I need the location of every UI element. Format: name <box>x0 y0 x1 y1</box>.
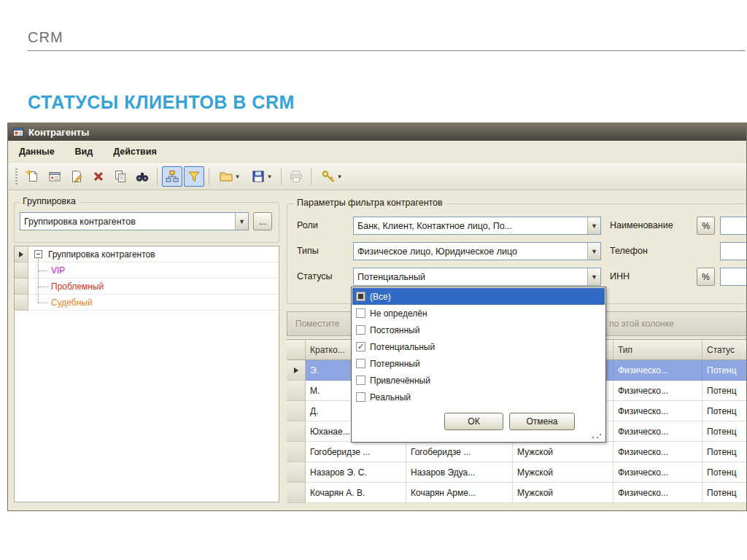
tree-row-header[interactable] <box>15 279 28 295</box>
statuses-combo-value: Потенциальный <box>354 272 587 282</box>
toolbar-separator <box>281 168 282 185</box>
dropdown-item[interactable]: Потенциальный <box>352 338 605 355</box>
dropdown-item-label: (Все) <box>370 292 391 302</box>
menu-view[interactable]: Вид <box>75 147 93 157</box>
row-indicator <box>287 381 306 401</box>
card-button[interactable] <box>44 166 65 187</box>
name-mask-button[interactable]: % <box>697 217 715 235</box>
menu-actions[interactable]: Действия <box>113 147 156 157</box>
chevron-down-icon: ▾ <box>268 173 271 180</box>
statuses-label: Статусы <box>297 271 333 281</box>
inn-mask-button[interactable]: % <box>697 268 715 286</box>
table-row[interactable]: Гогоберидзе ... Гогоберидзе ... Мужской … <box>287 442 747 462</box>
dropdown-item-label: Потерянный <box>370 359 420 369</box>
checkbox-unchecked-icon[interactable] <box>356 359 365 368</box>
chevron-down-icon[interactable]: ▼ <box>587 268 600 285</box>
cell-status: Потенц <box>703 401 747 421</box>
grouping-combo[interactable]: Группировка контрагентов ▼ <box>20 212 249 230</box>
dropdown-item[interactable]: Реальный <box>352 389 605 405</box>
row-indicator <box>287 401 306 421</box>
table-row[interactable]: Назаров Э. С. Назаров Эдуа... Мужской Фи… <box>287 462 747 483</box>
tree-row-header[interactable] <box>15 246 28 262</box>
copy-button[interactable] <box>110 166 131 187</box>
tree-connector <box>38 303 48 303</box>
collapse-icon[interactable] <box>34 250 42 258</box>
grouping-ellipsis-button[interactable]: ... <box>253 212 272 230</box>
cell-status: Потенц <box>703 381 747 401</box>
toolbar-grip-icon[interactable] <box>15 168 18 184</box>
find-button[interactable] <box>132 166 152 187</box>
print-icon <box>289 169 303 184</box>
tree-row-line <box>28 262 279 262</box>
dropdown-item-label: Привлечённый <box>370 376 430 386</box>
checkbox-unchecked-icon[interactable] <box>356 392 365 402</box>
cancel-button[interactable]: Отмена <box>509 413 575 430</box>
table-row[interactable]: Кочарян А. В. Кочарян Арме... Мужской Фи… <box>287 483 747 503</box>
types-combo[interactable]: Физическое лицо, Юридическое лицо ▼ <box>353 242 601 260</box>
cell-short-name: Гогоберидзе ... <box>306 442 406 462</box>
grouping-combo-value: Группировка контрагентов <box>20 217 235 227</box>
roles-combo[interactable]: Банк, Клиент, Контактное лицо, По... ▼ <box>353 217 601 235</box>
phone-filter-input[interactable] <box>720 242 747 260</box>
save-button[interactable]: ▾ <box>246 166 276 187</box>
inn-label: ИНН <box>610 271 630 281</box>
dropdown-item[interactable]: Привлечённый <box>352 372 605 389</box>
chevron-down-icon[interactable]: ▼ <box>235 213 248 230</box>
tree-row-line <box>28 294 279 295</box>
checkbox-unchecked-icon[interactable] <box>356 376 365 385</box>
checkbox-indeterminate-icon[interactable] <box>356 292 365 301</box>
grid-header-indicator <box>287 340 306 360</box>
cell-type: Физическо... <box>614 381 703 401</box>
delete-button[interactable] <box>88 166 109 187</box>
column-header-status[interactable]: Статус <box>703 340 747 360</box>
print-button[interactable] <box>286 166 306 187</box>
column-header-type[interactable]: Тип <box>614 340 703 360</box>
tree-row-line <box>28 310 279 311</box>
service-button[interactable]: ▾ <box>316 166 347 187</box>
grouping-tree: Группировка контрагентов VIP Проблемный … <box>14 246 279 502</box>
window-title: Контрагенты <box>28 127 89 138</box>
dropdown-item-all[interactable]: (Все) <box>352 288 605 305</box>
name-filter-input[interactable] <box>720 217 747 235</box>
tree-node-court[interactable]: Судебный <box>51 298 93 308</box>
dropdown-item[interactable]: Потерянный <box>352 355 605 372</box>
dropdown-item[interactable]: Постоянный <box>352 322 605 338</box>
tree-node-vip[interactable]: VIP <box>51 265 65 276</box>
checkbox-unchecked-icon[interactable] <box>356 325 365 335</box>
tree-node-problem[interactable]: Проблемный <box>51 281 104 292</box>
tree-connector <box>38 287 48 287</box>
cell-full-name: Назаров Эдуа... <box>406 462 513 483</box>
checkbox-unchecked-icon[interactable] <box>356 308 365 318</box>
cell-short-name: Назаров Э. С. <box>306 462 406 483</box>
types-combo-value: Физическое лицо, Юридическое лицо <box>354 246 587 257</box>
menu-data[interactable]: Данные <box>19 147 55 157</box>
toolbar-separator <box>157 168 158 185</box>
ok-button[interactable]: ОК <box>444 413 503 430</box>
filter-icon <box>187 169 201 184</box>
statuses-combo[interactable]: Потенциальный ▼ <box>353 268 601 286</box>
tree-row-header[interactable] <box>15 262 28 279</box>
find-icon <box>135 169 150 184</box>
tree-view-button[interactable] <box>162 166 182 187</box>
current-row-icon <box>19 252 23 257</box>
tree-row-header[interactable] <box>15 295 28 311</box>
tree-root-node[interactable]: Группировка контрагентов <box>48 249 155 260</box>
app-icon <box>12 126 24 138</box>
chevron-down-icon[interactable]: ▼ <box>587 243 600 260</box>
edit-button[interactable] <box>66 166 87 187</box>
save-icon <box>251 169 266 184</box>
dropdown-item[interactable]: Не определён <box>352 305 605 322</box>
categories-button[interactable]: ▾ <box>214 166 244 187</box>
inn-filter-input[interactable] <box>720 268 747 286</box>
chevron-down-icon[interactable]: ▼ <box>587 217 600 234</box>
cell-status: Потенц <box>703 483 747 503</box>
phone-label: Телефон <box>610 246 648 256</box>
filter-button[interactable] <box>184 166 204 187</box>
checkbox-checked-icon[interactable] <box>356 342 365 351</box>
resize-grip-icon[interactable] <box>591 432 603 440</box>
group-hint-right: по этой колонке <box>609 319 674 329</box>
new-button[interactable] <box>23 166 43 187</box>
divider <box>28 50 746 51</box>
titlebar[interactable]: Контрагенты <box>8 123 746 141</box>
cell-type: Физическо... <box>614 360 703 381</box>
